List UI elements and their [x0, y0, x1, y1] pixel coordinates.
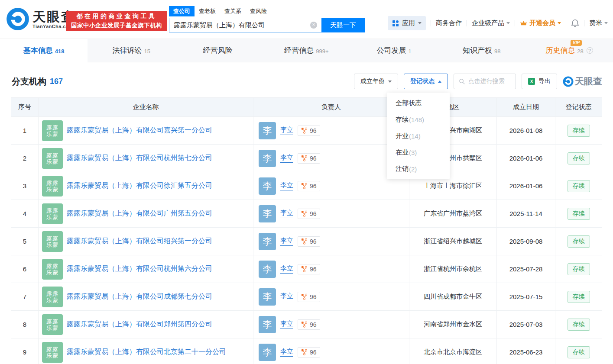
tianyancha-swirl-icon [6, 7, 29, 31]
relation-score-badge[interactable]: 96 [298, 209, 320, 219]
relation-score-badge[interactable]: 96 [298, 347, 320, 358]
person-link[interactable]: 李立 [280, 209, 293, 218]
relation-score-badge[interactable]: 96 [298, 126, 320, 136]
relation-score: 96 [310, 293, 317, 300]
divider [566, 20, 566, 26]
tab-intellectual-property[interactable]: 知识产权 98 [438, 39, 525, 62]
company-name-link[interactable]: 露露乐蒙贸易（上海）有限公司杭州第六分公司 [67, 264, 212, 274]
relation-score-badge[interactable]: 96 [298, 319, 320, 330]
relation-score-badge[interactable]: 96 [298, 236, 320, 247]
person-link[interactable]: 李立 [280, 320, 293, 329]
person-link[interactable]: 李立 [280, 126, 293, 135]
company-name-link[interactable]: 露露乐蒙贸易（上海）有限公司郑州第四分公司 [67, 320, 212, 329]
site-logo[interactable]: 天眼查 TianYanCha.com [6, 7, 75, 31]
table-body: 1 露露 乐蒙 露露乐蒙贸易（上海）有限公司嘉兴第一分公司 李 李立 [11, 116, 602, 364]
relation-graph-icon [301, 293, 308, 300]
search-tab-boss[interactable]: 查老板 [195, 6, 220, 16]
tab-operational-risk[interactable]: 经营风险 [175, 39, 263, 62]
notifications-bell[interactable] [571, 19, 579, 27]
tab-history-info[interactable]: 历史信息 VIP 28 ? [525, 39, 613, 62]
slogan-line1: 都在用的商业查询工具 [77, 13, 157, 20]
person-avatar: 李 [259, 177, 276, 195]
company-logo: 露露 乐蒙 [42, 287, 63, 307]
search-tab-company[interactable]: 查公司 [169, 6, 195, 16]
year-filter-button[interactable]: 成立年份 [354, 74, 398, 89]
search-tab-risk[interactable]: 查风险 [246, 6, 271, 16]
established-date: 2025-07-15 [496, 283, 555, 310]
company-name-link[interactable]: 露露乐蒙贸易（上海）有限公司徐汇第五分公司 [67, 181, 212, 190]
row-index: 3 [11, 172, 38, 200]
chevron-down-icon [418, 22, 422, 24]
relation-score-badge[interactable]: 96 [298, 292, 320, 302]
established-date: 2026-01-08 [496, 117, 555, 144]
person-link[interactable]: 李立 [280, 181, 293, 190]
status-option-all[interactable]: 全部状态 [387, 95, 450, 111]
company-logo: 露露 乐蒙 [42, 120, 63, 141]
person-link[interactable]: 李立 [280, 292, 293, 301]
status-option-in-business[interactable]: 在业 (3) [387, 144, 450, 161]
nav-enterprise-products[interactable]: 企业级产品 [472, 19, 510, 27]
relation-score-badge[interactable]: 96 [298, 153, 320, 164]
divider [515, 20, 515, 26]
status-option-open[interactable]: 开业 (14) [387, 128, 450, 144]
crown-icon [520, 19, 527, 27]
status-option-cancelled[interactable]: 注销 (2) [387, 161, 450, 177]
apps-menu[interactable]: 应用 [388, 16, 426, 30]
brand-slogan-banner: 都在用的商业查询工具 国家中小企业发展子基金旗下机构 [66, 11, 167, 31]
person-link[interactable]: 李立 [280, 237, 293, 246]
top-bar: 天眼查 TianYanCha.com 都在用的商业查询工具 国家中小企业发展子基… [0, 0, 613, 39]
header-registration-status: 登记状态 [555, 98, 602, 116]
question-icon[interactable]: ? [587, 47, 593, 54]
person-link[interactable]: 李立 [280, 154, 293, 163]
header-established-date: 成立日期 [496, 98, 555, 116]
status-badge: 存续 [568, 263, 590, 275]
company-name-link[interactable]: 露露乐蒙贸易（上海）有限公司杭州第七分公司 [67, 154, 212, 163]
person-avatar: 李 [259, 205, 276, 222]
tab-company-development[interactable]: 公司发展 1 [350, 39, 438, 62]
tianyancha-branches-page: 天眼查 TianYanCha.com 都在用的商业查询工具 国家中小企业发展子基… [0, 0, 613, 364]
nav-business-cooperation[interactable]: 商务合作 [436, 19, 462, 27]
company-name-link[interactable]: 露露乐蒙贸易（上海）有限公司北京第二十一分公司 [67, 348, 226, 357]
table-search-input[interactable]: 点击进行搜索 [454, 74, 516, 89]
relation-score-badge[interactable]: 96 [298, 181, 320, 191]
clear-search-icon[interactable]: × [310, 22, 317, 29]
search-input[interactable] [169, 18, 321, 32]
company-name-link[interactable]: 露露乐蒙贸易（上海）有限公司嘉兴第一分公司 [67, 126, 212, 135]
established-date: 2026-01-06 [496, 172, 555, 200]
region: 广东省广州市荔湾区 [409, 200, 496, 227]
search-icon [459, 78, 465, 85]
search-tab-relation[interactable]: 查关系 [220, 6, 246, 16]
established-date: 2025-09-08 [496, 228, 555, 255]
relation-score-badge[interactable]: 96 [298, 264, 320, 274]
company-logo: 露露 乐蒙 [42, 203, 63, 224]
company-name-link[interactable]: 露露乐蒙贸易（上海）有限公司广州第五分公司 [67, 209, 212, 218]
company-name-link[interactable]: 露露乐蒙贸易（上海）有限公司绍兴第一分公司 [67, 237, 212, 246]
search-button[interactable]: 天眼一下 [321, 18, 365, 32]
status-option-existing[interactable]: 存续 (148) [387, 111, 450, 128]
person-avatar: 李 [259, 316, 276, 333]
company-name-link[interactable]: 露露乐蒙贸易（上海）有限公司成都第七分公司 [67, 292, 212, 301]
relation-graph-icon [301, 266, 308, 272]
person-link[interactable]: 李立 [280, 348, 293, 357]
export-button[interactable]: X 导出 [522, 74, 557, 89]
region: 四川省成都市金牛区 [409, 283, 496, 310]
relation-score: 96 [310, 210, 317, 217]
tab-basic-info[interactable]: 基本信息 418 [0, 39, 88, 62]
established-date: 2025-07-03 [496, 311, 555, 338]
tab-business-info[interactable]: 经营信息 999+ [263, 39, 350, 62]
row-index: 2 [11, 145, 38, 172]
nav-open-vip[interactable]: 开通会员 [520, 19, 561, 27]
row-index: 6 [11, 255, 38, 283]
person-link[interactable]: 李立 [280, 264, 293, 274]
chevron-down-icon [604, 22, 608, 24]
nav-user-menu[interactable]: 费米 [589, 19, 608, 27]
status-badge: 存续 [568, 319, 590, 331]
person-avatar: 李 [259, 150, 276, 167]
relation-graph-icon [301, 238, 308, 245]
status-badge: 存续 [568, 291, 590, 303]
tab-legal-proceedings[interactable]: 法律诉讼 15 [88, 39, 175, 62]
table-row: 4 露露 乐蒙 露露乐蒙贸易（上海）有限公司广州第五分公司 李 李立 [11, 200, 602, 227]
company-logo: 露露 乐蒙 [42, 314, 63, 335]
person-avatar: 李 [259, 261, 276, 278]
status-filter-button[interactable]: 登记状态 [404, 74, 448, 89]
